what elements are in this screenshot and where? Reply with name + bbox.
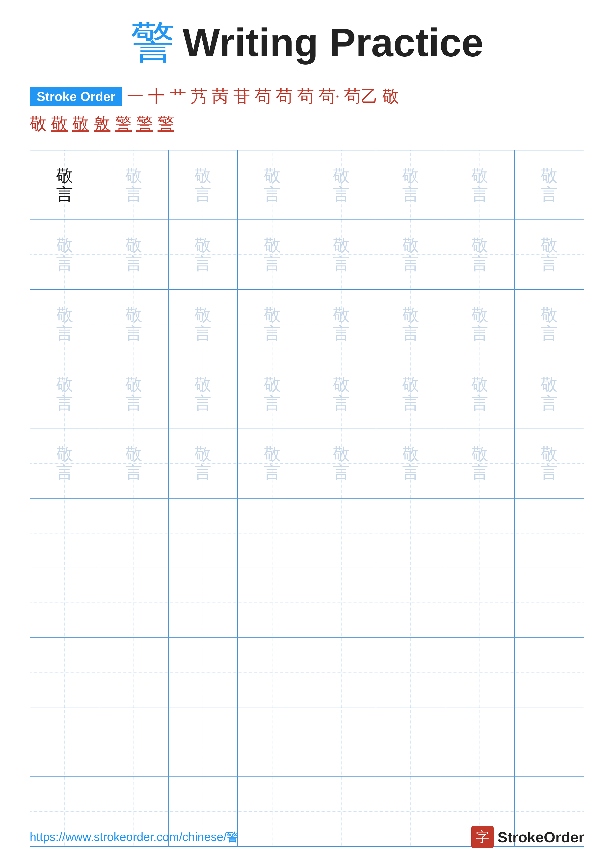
grid-cell-1-4[interactable]: 敬言 [238, 150, 307, 220]
grid-cell-8-8[interactable] [515, 638, 584, 707]
stroke-step-7: 苟 [255, 85, 272, 108]
grid-cell-9-8[interactable] [515, 707, 584, 777]
grid-row-8 [30, 638, 584, 707]
grid-cell-8-1[interactable] [30, 638, 99, 707]
grid-cell-9-7[interactable] [445, 707, 515, 777]
grid-cell-2-6[interactable]: 敬言 [376, 220, 445, 289]
grid-cell-2-5[interactable]: 敬言 [307, 220, 376, 289]
grid-cell-1-3[interactable]: 敬言 [169, 150, 238, 220]
grid-cell-2-7[interactable]: 敬言 [445, 220, 515, 289]
grid-cell-2-1[interactable]: 敬言 [30, 220, 99, 289]
grid-cell-2-4[interactable]: 敬言 [238, 220, 307, 289]
grid-cell-9-5[interactable] [307, 707, 376, 777]
grid-cell-8-3[interactable] [169, 638, 238, 707]
grid-cell-4-7[interactable]: 敬言 [445, 359, 515, 428]
grid-cell-9-2[interactable] [99, 707, 168, 777]
grid-cell-4-3[interactable]: 敬言 [169, 359, 238, 428]
grid-cell-4-8[interactable]: 敬言 [515, 359, 584, 428]
grid-cell-4-5[interactable]: 敬言 [307, 359, 376, 428]
stroke-step-8: 苟 [276, 85, 293, 108]
grid-cell-4-1[interactable]: 敬言 [30, 359, 99, 428]
grid-cell-6-2[interactable] [99, 499, 168, 567]
page: 警 Writing Practice Stroke Order 一 十 艹 艿 … [0, 0, 614, 868]
grid-cell-7-4[interactable] [238, 568, 307, 637]
grid-cell-3-7[interactable]: 敬言 [445, 290, 515, 359]
practice-char: 敬言 [333, 445, 350, 482]
practice-char: 敬言 [541, 306, 558, 343]
grid-cell-3-1[interactable]: 敬言 [30, 290, 99, 359]
practice-char: 敬言 [402, 445, 419, 482]
grid-cell-7-6[interactable] [376, 568, 445, 637]
grid-cell-8-2[interactable] [99, 638, 168, 707]
grid-cell-4-6[interactable]: 敬言 [376, 359, 445, 428]
grid-cell-1-1[interactable]: 敬言 [30, 150, 99, 220]
grid-cell-5-2[interactable]: 敬言 [99, 429, 168, 498]
grid-cell-1-5[interactable]: 敬言 [307, 150, 376, 220]
grid-cell-7-3[interactable] [169, 568, 238, 637]
grid-cell-1-7[interactable]: 敬言 [445, 150, 515, 220]
grid-cell-7-7[interactable] [445, 568, 515, 637]
grid-cell-8-5[interactable] [307, 638, 376, 707]
grid-cell-1-2[interactable]: 敬言 [99, 150, 168, 220]
grid-cell-6-4[interactable] [238, 499, 307, 567]
grid-cell-5-4[interactable]: 敬言 [238, 429, 307, 498]
grid-cell-6-5[interactable] [307, 499, 376, 567]
stroke-row-2: 敬 敬 敬 敫 警 警 警 [30, 113, 584, 135]
grid-cell-6-6[interactable] [376, 499, 445, 567]
grid-cell-4-2[interactable]: 敬言 [99, 359, 168, 428]
grid-cell-2-2[interactable]: 敬言 [99, 220, 168, 289]
grid-cell-3-4[interactable]: 敬言 [238, 290, 307, 359]
grid-cell-1-8[interactable]: 敬言 [515, 150, 584, 220]
footer-logo-text: StrokeOrder [497, 829, 584, 846]
grid-cell-8-4[interactable] [238, 638, 307, 707]
grid-cell-6-8[interactable] [515, 499, 584, 567]
grid-cell-7-5[interactable] [307, 568, 376, 637]
practice-char: 敬言 [541, 166, 558, 204]
practice-char: 敬言 [333, 375, 350, 412]
practice-char: 敬言 [402, 236, 419, 273]
grid-cell-6-7[interactable] [445, 499, 515, 567]
grid-cell-9-4[interactable] [238, 707, 307, 777]
grid-cell-5-1[interactable]: 敬言 [30, 429, 99, 498]
grid-cell-8-7[interactable] [445, 638, 515, 707]
stroke-step-9: 茍 [297, 85, 314, 108]
grid-cell-8-6[interactable] [376, 638, 445, 707]
practice-char: 敬言 [541, 445, 558, 482]
practice-char: 敬言 [264, 375, 281, 412]
practice-char: 敬言 [125, 375, 142, 412]
grid-cell-6-3[interactable] [169, 499, 238, 567]
stroke-row-1: Stroke Order 一 十 艹 艿 苪 苷 苟 苟 茍 茍· 茍乙 敬 [30, 85, 584, 108]
grid-cell-6-1[interactable] [30, 499, 99, 567]
grid-cell-7-1[interactable] [30, 568, 99, 637]
grid-row-6 [30, 499, 584, 568]
grid-cell-9-3[interactable] [169, 707, 238, 777]
stroke-step-1: 一 [127, 85, 144, 108]
grid-cell-5-8[interactable]: 敬言 [515, 429, 584, 498]
stroke-step-11: 茍乙 [344, 85, 378, 108]
grid-cell-5-7[interactable]: 敬言 [445, 429, 515, 498]
grid-cell-3-2[interactable]: 敬言 [99, 290, 168, 359]
grid-cell-1-6[interactable]: 敬言 [376, 150, 445, 220]
grid-cell-9-1[interactable] [30, 707, 99, 777]
grid-cell-2-8[interactable]: 敬言 [515, 220, 584, 289]
grid-cell-7-2[interactable] [99, 568, 168, 637]
practice-char: 敬言 [264, 306, 281, 343]
grid-cell-3-6[interactable]: 敬言 [376, 290, 445, 359]
practice-char: 敬言 [402, 306, 419, 343]
grid-cell-9-6[interactable] [376, 707, 445, 777]
practice-char: 敬言 [541, 236, 558, 273]
grid-cell-4-4[interactable]: 敬言 [238, 359, 307, 428]
stroke-order-badge[interactable]: Stroke Order [30, 87, 122, 106]
stroke-step-15: 敬 [72, 113, 89, 135]
practice-char: 敬言 [194, 166, 211, 204]
grid-cell-5-6[interactable]: 敬言 [376, 429, 445, 498]
grid-cell-2-3[interactable]: 敬言 [169, 220, 238, 289]
grid-cell-3-5[interactable]: 敬言 [307, 290, 376, 359]
grid-cell-7-8[interactable] [515, 568, 584, 637]
grid-cell-3-3[interactable]: 敬言 [169, 290, 238, 359]
grid-cell-3-8[interactable]: 敬言 [515, 290, 584, 359]
grid-cell-5-5[interactable]: 敬言 [307, 429, 376, 498]
grid-cell-5-3[interactable]: 敬言 [169, 429, 238, 498]
footer-url-link[interactable]: https://www.strokeorder.com/chinese/警 [30, 829, 238, 845]
practice-char: 敬言 [56, 306, 73, 343]
